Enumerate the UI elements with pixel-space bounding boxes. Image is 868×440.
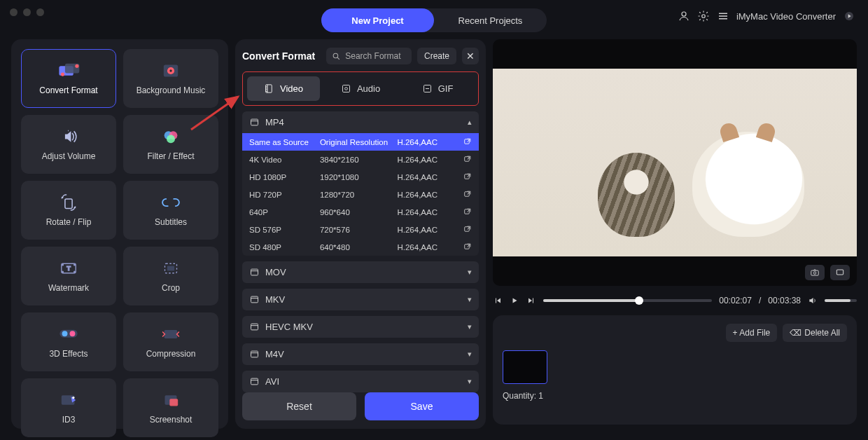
tool-label: Background Music: [136, 85, 206, 95]
tool-grid-panel: Convert Format Background Music Adjust V…: [11, 39, 228, 429]
tool-subtitles[interactable]: Subtitles: [123, 181, 218, 240]
format-group-avi[interactable]: AVI ▾: [242, 371, 479, 392]
tool-crop[interactable]: Crop: [123, 247, 218, 305]
tool-adjust-volume[interactable]: Adjust Volume: [21, 115, 116, 174]
file-queue-panel: + Add File ⌫Delete All Quantity: 1: [493, 315, 857, 425]
svg-point-30: [333, 53, 338, 58]
tab-video[interactable]: Video: [247, 76, 320, 101]
row-codec: H.264,AAC: [397, 173, 458, 181]
snapshot-icon[interactable]: [805, 265, 825, 280]
svg-point-5: [61, 73, 64, 76]
volume-slider[interactable]: [825, 299, 857, 302]
row-name: SD 480P: [249, 243, 320, 252]
chevron-down-icon: ▾: [468, 350, 472, 359]
id3-icon: [57, 391, 80, 409]
format-group-m4v[interactable]: M4V ▾: [242, 343, 479, 365]
svg-rect-45: [251, 324, 258, 330]
add-file-button[interactable]: + Add File: [726, 324, 778, 342]
account-icon[interactable]: [678, 10, 690, 22]
row-resolution: 1280*720: [320, 191, 398, 199]
row-resolution: 640*480: [320, 243, 398, 252]
format-row[interactable]: Same as Source Original Resolution H.264…: [242, 133, 479, 151]
seek-bar[interactable]: [543, 299, 712, 302]
format-row[interactable]: HD 720P 1280*720 H.264,AAC: [242, 186, 479, 203]
format-group-mkv[interactable]: MKV ▾: [242, 289, 479, 310]
svg-rect-21: [167, 266, 174, 271]
svg-rect-48: [811, 270, 819, 275]
svg-rect-13: [65, 199, 72, 209]
format-group-mov[interactable]: MOV ▾: [242, 261, 479, 283]
menu-icon[interactable]: [717, 10, 729, 22]
filter-effect-icon: [159, 128, 183, 146]
tool-background-music[interactable]: Background Music: [123, 49, 218, 108]
delete-all-button[interactable]: ⌫Delete All: [783, 324, 847, 342]
convert-format-icon: [57, 62, 80, 80]
svg-point-6: [75, 64, 78, 68]
close-icon[interactable]: ✕: [462, 48, 479, 64]
create-button[interactable]: Create: [417, 48, 456, 64]
edit-preset-icon[interactable]: [463, 172, 472, 181]
edit-preset-icon[interactable]: [463, 137, 472, 146]
svg-point-9: [169, 69, 172, 71]
tab-recent-projects[interactable]: Recent Projects: [434, 8, 547, 32]
svg-rect-46: [251, 351, 258, 357]
close-window-icon[interactable]: [10, 8, 18, 16]
convert-format-panel: Convert Format Search Format Create ✕ Vi…: [235, 39, 486, 429]
tab-audio[interactable]: Audio: [324, 76, 397, 101]
search-input[interactable]: Search Format: [326, 48, 412, 64]
queue-thumbnail[interactable]: [503, 350, 547, 384]
video-preview: [493, 39, 857, 286]
chevron-down-icon: ▾: [468, 295, 472, 304]
tab-new-project[interactable]: New Project: [321, 8, 434, 32]
svg-point-27: [72, 397, 74, 399]
volume-icon[interactable]: [808, 296, 818, 305]
edit-preset-icon[interactable]: [463, 190, 472, 199]
time-duration: 00:03:38: [768, 296, 801, 305]
tool-watermark[interactable]: T Watermark: [21, 247, 116, 305]
minimize-window-icon[interactable]: [23, 8, 31, 16]
format-row[interactable]: SD 576P 720*576 H.264,AAC: [242, 221, 479, 238]
svg-rect-40: [465, 209, 470, 214]
chevron-up-icon: ▴: [468, 118, 472, 127]
svg-rect-38: [465, 174, 470, 179]
tab-audio-label: Audio: [357, 83, 380, 94]
tool-filter-effect[interactable]: Filter / Effect: [123, 115, 218, 174]
gear-icon[interactable]: [697, 10, 710, 22]
fullscreen-icon[interactable]: [830, 265, 850, 280]
svg-rect-32: [342, 85, 349, 92]
edit-preset-icon[interactable]: [463, 207, 472, 216]
next-icon[interactable]: [526, 296, 536, 305]
quantity-label: Quantity: 1: [503, 391, 847, 401]
svg-point-49: [813, 272, 816, 275]
chevron-down-icon: ▾: [468, 377, 472, 386]
maximize-window-icon[interactable]: [36, 8, 44, 16]
format-row[interactable]: 4K Video 3840*2160 H.264,AAC: [242, 151, 479, 168]
format-type-tabs: Video Audio GIF: [242, 71, 479, 106]
svg-rect-43: [251, 269, 258, 275]
tab-gif[interactable]: GIF: [401, 76, 474, 101]
format-group-mp4[interactable]: MP4 ▴: [242, 111, 479, 133]
preview-content: [598, 153, 675, 237]
edit-preset-icon[interactable]: [463, 242, 472, 252]
tool-id3[interactable]: ID3: [21, 378, 116, 437]
format-row[interactable]: HD 1080P 1920*1080 H.264,AAC: [242, 168, 479, 186]
tool-compression[interactable]: Compression: [123, 312, 218, 371]
format-row[interactable]: 640P 960*640 H.264,AAC: [242, 203, 479, 221]
edit-preset-icon[interactable]: [463, 155, 472, 164]
tool-screenshot[interactable]: Screenshot: [123, 378, 218, 437]
svg-point-18: [62, 271, 64, 273]
group-name: HEVC MKV: [265, 322, 313, 332]
window-traffic-lights: [10, 8, 44, 16]
edit-preset-icon[interactable]: [463, 225, 472, 234]
reset-button[interactable]: Reset: [242, 392, 356, 420]
save-button[interactable]: Save: [365, 392, 479, 420]
play-icon[interactable]: [510, 296, 519, 305]
prev-icon[interactable]: [493, 296, 503, 305]
tool-rotate-flip[interactable]: Rotate / Flip: [21, 181, 116, 240]
row-resolution: Original Resolution: [320, 138, 398, 146]
tool-convert-format[interactable]: Convert Format: [21, 49, 116, 108]
group-name: MOV: [265, 267, 286, 277]
format-group-hevc-mkv[interactable]: HEVC MKV ▾: [242, 316, 479, 338]
format-row[interactable]: SD 480P 640*480 H.264,AAC: [242, 238, 479, 256]
tool-3d-effects[interactable]: 3D Effects: [21, 312, 116, 371]
